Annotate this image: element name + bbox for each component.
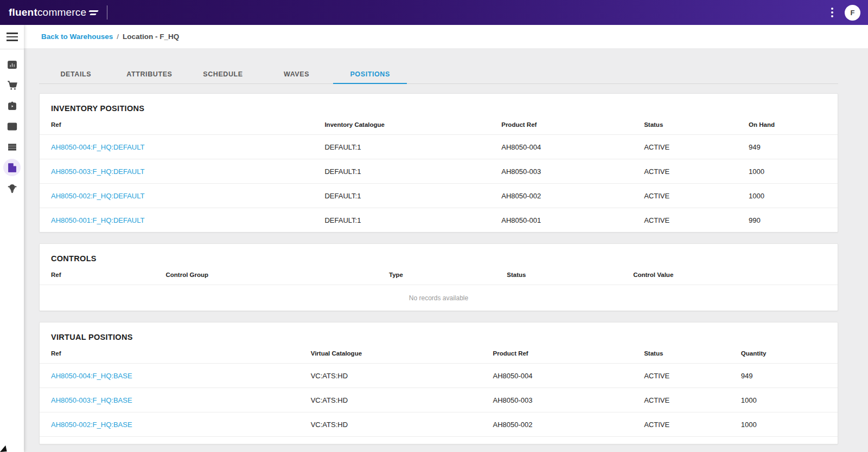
- col-header-virtual-catalogue: Virtual Catalogue: [311, 350, 493, 357]
- tab-positions[interactable]: POSITIONS: [333, 65, 407, 84]
- app-header: fluentcommerce F: [0, 0, 868, 25]
- cell-product-ref: AH8050-001: [501, 216, 644, 224]
- col-header-ref: Ref: [51, 350, 311, 357]
- virtual-ref-link[interactable]: AH8050-002:F_HQ:BASE: [51, 421, 132, 429]
- table-row: AH8050-001:F_HQ:DEFAULT DEFAULT:1 AH8050…: [40, 208, 838, 232]
- lightbulb-icon: [7, 183, 18, 194]
- virtual-positions-title: VIRTUAL POSITIONS: [40, 322, 838, 343]
- tab-details[interactable]: DETAILS: [39, 65, 113, 84]
- brand-name-light: commerce: [37, 7, 86, 18]
- col-header-status: Status: [644, 121, 749, 128]
- cell-product-ref: AH8050-003: [493, 396, 644, 404]
- cell-on-hand: 949: [749, 143, 826, 151]
- col-header-on-hand: On Hand: [749, 121, 826, 128]
- col-header-status: Status: [644, 350, 741, 357]
- cell-catalogue: DEFAULT:1: [324, 167, 501, 176]
- cell-catalogue: DEFAULT:1: [324, 216, 501, 224]
- table-row: AH8050-004:F_HQ:BASE VC:ATS:HD AH8050-00…: [40, 363, 838, 388]
- col-header-product-ref: Product Ref: [501, 121, 644, 128]
- col-header-quantity: Quantity: [741, 350, 826, 357]
- table-row: AH8050-002:F_HQ:DEFAULT DEFAULT:1 AH8050…: [40, 183, 838, 208]
- inventory-ref-link[interactable]: AH8050-001:F_HQ:DEFAULT: [51, 216, 144, 224]
- cell-product-ref: AH8050-002: [493, 421, 644, 429]
- sidebar-item-payments[interactable]: [2, 116, 22, 137]
- brand-name-bold: fluent: [9, 7, 37, 18]
- breadcrumb-current-page: Location - F_HQ: [123, 33, 179, 41]
- table-row: AH8050-002:F_HQ:BASE VC:ATS:HD AH8050-00…: [40, 412, 838, 436]
- cell-catalogue: DEFAULT:1: [324, 143, 501, 151]
- cell-status: ACTIVE: [644, 396, 741, 404]
- cell-catalogue: VC:ATS:HD: [311, 421, 493, 429]
- tab-waves[interactable]: WAVES: [260, 65, 334, 84]
- tab-schedule[interactable]: SCHEDULE: [186, 65, 260, 84]
- col-header-control-value: Control Value: [633, 272, 826, 278]
- col-header-product-ref: Product Ref: [493, 350, 644, 357]
- main-content: DETAILS ATTRIBUTES SCHEDULE WAVES POSITI…: [24, 48, 868, 452]
- inventory-positions-title: INVENTORY POSITIONS: [40, 94, 838, 114]
- breadcrumb: Back to Warehouses / Location - F_HQ: [24, 25, 868, 48]
- inventory-positions-card: INVENTORY POSITIONS Ref Inventory Catalo…: [39, 93, 838, 233]
- table-row: AH8050-003:F_HQ:DEFAULT DEFAULT:1 AH8050…: [40, 159, 838, 183]
- controls-title: CONTROLS: [40, 244, 838, 264]
- kebab-menu-icon[interactable]: [827, 5, 837, 20]
- table-row: AH8050-003:F_HQ:BASE VC:ATS:HD AH8050-00…: [40, 388, 838, 412]
- panel-card-icon: [7, 121, 18, 132]
- virtual-positions-card: VIRTUAL POSITIONS Ref Virtual Catalogue …: [39, 322, 838, 444]
- cell-product-ref: AH8050-003: [501, 167, 644, 176]
- sidebar-item-analytics[interactable]: [2, 54, 22, 75]
- brand-mark-icon: [89, 10, 98, 15]
- cell-catalogue: VC:ATS:HD: [311, 396, 493, 404]
- cell-on-hand: 990: [749, 216, 826, 224]
- sidebar-item-orders[interactable]: [2, 75, 22, 95]
- virtual-ref-link[interactable]: AH8050-003:F_HQ:BASE: [51, 396, 132, 404]
- sidebar-item-insights[interactable]: [2, 178, 22, 198]
- table-row: AH8050-004:F_HQ:DEFAULT DEFAULT:1 AH8050…: [40, 134, 838, 159]
- cell-product-ref: AH8050-004: [493, 372, 644, 380]
- cell-quantity: 949: [741, 372, 826, 380]
- cell-catalogue: DEFAULT:1: [324, 192, 501, 200]
- virtual-ref-link[interactable]: AH8050-004:F_HQ:BASE: [51, 372, 132, 380]
- sidebar: [0, 25, 24, 452]
- sidebar-item-inventory[interactable]: [2, 137, 22, 157]
- controls-empty-message: No records available: [40, 285, 838, 311]
- list-icon: [7, 141, 18, 153]
- virtual-positions-header-row: Ref Virtual Catalogue Product Ref Status…: [40, 343, 838, 363]
- cell-quantity: 1000: [741, 421, 826, 429]
- col-header-type: Type: [389, 272, 507, 278]
- cell-status: ACTIVE: [644, 167, 749, 176]
- brand-divider: [107, 5, 107, 20]
- building-icon: [7, 162, 18, 173]
- tab-attributes[interactable]: ATTRIBUTES: [113, 65, 187, 84]
- cell-product-ref: AH8050-004: [501, 143, 644, 151]
- briefcase-play-icon: [7, 100, 18, 112]
- cell-status: ACTIVE: [644, 372, 741, 380]
- bar-chart-icon: [7, 59, 18, 70]
- inventory-positions-header-row: Ref Inventory Catalogue Product Ref Stat…: [40, 114, 838, 134]
- controls-header-row: Ref Control Group Type Status Control Va…: [40, 264, 838, 285]
- cell-status: ACTIVE: [644, 143, 749, 151]
- cell-status: ACTIVE: [644, 192, 749, 200]
- cell-catalogue: VC:ATS:HD: [311, 372, 493, 380]
- col-header-inventory-catalogue: Inventory Catalogue: [324, 121, 501, 128]
- user-avatar[interactable]: F: [845, 5, 860, 21]
- sidebar-item-fulfilment[interactable]: [2, 95, 22, 116]
- col-header-ref: Ref: [51, 121, 324, 128]
- breadcrumb-back-link[interactable]: Back to Warehouses: [41, 33, 113, 41]
- col-header-control-group: Control Group: [165, 272, 389, 278]
- col-header-status: Status: [507, 272, 633, 278]
- cell-status: ACTIVE: [644, 421, 741, 429]
- inventory-ref-link[interactable]: AH8050-002:F_HQ:DEFAULT: [51, 192, 144, 200]
- hamburger-menu-icon[interactable]: [0, 25, 24, 49]
- brand-name: fluentcommerce: [9, 7, 86, 18]
- tab-bar: DETAILS ATTRIBUTES SCHEDULE WAVES POSITI…: [39, 65, 838, 84]
- inventory-ref-link[interactable]: AH8050-004:F_HQ:DEFAULT: [51, 143, 144, 151]
- shopping-cart-icon: [7, 80, 18, 91]
- cell-quantity: 1000: [741, 396, 826, 404]
- brand-logo[interactable]: fluentcommerce: [9, 5, 107, 20]
- controls-card: CONTROLS Ref Control Group Type Status C…: [39, 243, 838, 311]
- col-header-ref: Ref: [51, 272, 165, 278]
- inventory-ref-link[interactable]: AH8050-003:F_HQ:DEFAULT: [51, 167, 144, 176]
- cell-on-hand: 1000: [749, 192, 826, 200]
- cell-on-hand: 1000: [749, 167, 826, 176]
- sidebar-item-locations[interactable]: [2, 157, 22, 178]
